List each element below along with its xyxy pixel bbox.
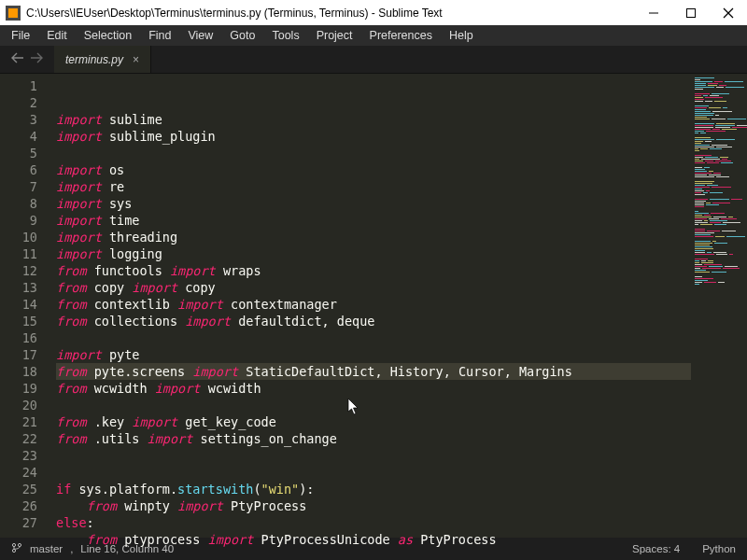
code-line[interactable]: from collections import defaultdict, deq… <box>56 313 691 329</box>
line-number: 15 <box>0 313 37 329</box>
code-line[interactable]: import sys <box>56 195 691 212</box>
svg-point-5 <box>12 549 15 552</box>
line-number: 14 <box>0 296 37 313</box>
code-line[interactable]: from ptyprocess import PtyProcessUnicode… <box>56 531 691 548</box>
nav-back-icon[interactable] <box>11 52 24 66</box>
status-syntax[interactable]: Python <box>702 543 736 554</box>
line-number: 18 <box>0 363 37 380</box>
code-line[interactable]: from .key import get_key_code <box>56 413 691 430</box>
code-line[interactable]: import logging <box>56 245 691 262</box>
menu-goto[interactable]: Goto <box>222 27 262 44</box>
code-line[interactable]: import time <box>56 212 691 229</box>
code-line[interactable]: from .utils import settings_on_change <box>56 430 691 447</box>
line-number: 1 <box>0 77 37 94</box>
tab-active[interactable]: terminus.py × <box>54 46 151 73</box>
tab-close-icon[interactable]: × <box>133 53 139 66</box>
line-number: 16 <box>0 329 37 346</box>
window-controls <box>635 0 747 25</box>
line-number: 3 <box>0 111 37 128</box>
menu-tools[interactable]: Tools <box>264 27 306 44</box>
line-number: 11 <box>0 245 37 262</box>
menu-file[interactable]: File <box>4 27 37 44</box>
code-line[interactable]: import sublime_plugin <box>56 128 691 145</box>
code-line[interactable] <box>56 447 691 464</box>
menu-preferences[interactable]: Preferences <box>362 27 440 44</box>
menu-edit[interactable]: Edit <box>39 27 75 44</box>
code-line[interactable]: if sys.platform.startswith("win"): <box>56 481 691 497</box>
maximize-button[interactable] <box>672 0 710 25</box>
code-line[interactable]: from contextlib import contextmanager <box>56 296 691 313</box>
code-line[interactable]: from winpty import PtyProcess <box>56 497 691 514</box>
line-number: 8 <box>0 195 37 212</box>
line-number: 10 <box>0 229 37 245</box>
menu-project[interactable]: Project <box>309 27 360 44</box>
code-line[interactable]: import threading <box>56 229 691 245</box>
line-number: 27 <box>0 514 37 531</box>
editor[interactable]: 1234567891011121314151617181920212223242… <box>0 74 747 538</box>
nav-forward-icon[interactable] <box>30 52 43 66</box>
line-number: 2 <box>0 94 37 111</box>
menu-view[interactable]: View <box>180 27 220 44</box>
code-line[interactable] <box>56 548 691 560</box>
code-line[interactable]: import re <box>56 178 691 195</box>
line-number: 26 <box>0 497 37 514</box>
line-number: 24 <box>0 464 37 481</box>
code-line[interactable]: from wcwidth import wcwidth <box>56 380 691 397</box>
minimize-button[interactable] <box>635 0 672 25</box>
code-line[interactable]: import sublime <box>56 111 691 128</box>
code-line[interactable]: import os <box>56 161 691 178</box>
code-line[interactable] <box>56 397 691 413</box>
svg-point-4 <box>12 543 15 546</box>
close-button[interactable] <box>710 0 747 25</box>
line-number: 21 <box>0 413 37 430</box>
code-line[interactable]: from pyte.screens import StaticDefaultDi… <box>56 363 691 380</box>
line-number: 25 <box>0 481 37 497</box>
tab-label: terminus.py <box>65 53 123 66</box>
git-branch-icon <box>11 542 22 555</box>
window-titlebar: C:\Users\IEUser\Desktop\Terminus\terminu… <box>0 0 747 25</box>
menubar: FileEditSelectionFindViewGotoToolsProjec… <box>0 25 747 46</box>
line-number: 12 <box>0 262 37 279</box>
line-number: 9 <box>0 212 37 229</box>
code-line[interactable]: else: <box>56 514 691 531</box>
code-area[interactable]: import sublimeimport sublime_pluginimpor… <box>49 74 691 538</box>
line-number: 20 <box>0 397 37 413</box>
line-number: 22 <box>0 430 37 447</box>
code-line[interactable]: from copy import copy <box>56 279 691 296</box>
line-number: 13 <box>0 279 37 296</box>
code-line[interactable]: from functools import wraps <box>56 262 691 279</box>
svg-point-6 <box>18 543 21 546</box>
code-line[interactable] <box>56 464 691 481</box>
code-line[interactable] <box>56 329 691 346</box>
line-number: 17 <box>0 346 37 363</box>
window-title: C:\Users\IEUser\Desktop\Terminus\terminu… <box>26 7 443 20</box>
menu-find[interactable]: Find <box>141 27 178 44</box>
line-number: 23 <box>0 447 37 464</box>
line-number: 19 <box>0 380 37 397</box>
line-number: 4 <box>0 128 37 145</box>
tab-row: terminus.py × <box>0 46 747 74</box>
menu-selection[interactable]: Selection <box>77 27 139 44</box>
line-number: 7 <box>0 178 37 195</box>
minimap[interactable] <box>691 74 747 538</box>
svg-rect-1 <box>687 8 696 17</box>
code-line[interactable]: import pyte <box>56 346 691 363</box>
menu-help[interactable]: Help <box>442 27 481 44</box>
line-number: 5 <box>0 145 37 161</box>
code-line[interactable] <box>56 145 691 161</box>
line-number: 6 <box>0 161 37 178</box>
app-icon <box>6 6 21 21</box>
gutter: 1234567891011121314151617181920212223242… <box>0 74 49 538</box>
